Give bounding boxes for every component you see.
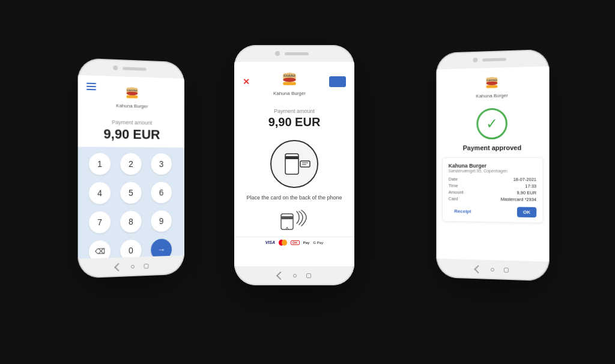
nav-recents-left[interactable] bbox=[144, 264, 149, 268]
phone-left: KAHUNA Kahuna Burger Payment amount 9,90… bbox=[78, 58, 184, 278]
camera-right bbox=[473, 58, 477, 62]
applepay-icon: Pay bbox=[303, 241, 310, 244]
phone-top-center bbox=[234, 45, 354, 62]
key-3[interactable]: 3 bbox=[151, 153, 172, 175]
nav-home-right[interactable] bbox=[491, 268, 494, 271]
card-icon-button[interactable] bbox=[329, 76, 346, 87]
payment-approved-text: Payment approved bbox=[436, 144, 549, 151]
close-button[interactable]: ✕ bbox=[243, 77, 250, 86]
phone-bottom-right bbox=[436, 258, 549, 281]
screen-right: KAHUNA Kahuna Burger ✓ Payment approved … bbox=[436, 66, 549, 261]
mastercard-icon bbox=[279, 240, 287, 246]
svg-text:KAHUNA: KAHUNA bbox=[486, 78, 497, 81]
svg-point-7 bbox=[283, 77, 296, 82]
phone-card-icon bbox=[276, 149, 312, 179]
left-header: KAHUNA Kahuna Burger bbox=[78, 75, 184, 114]
key-9[interactable]: 9 bbox=[151, 210, 172, 232]
camera-center bbox=[275, 51, 280, 56]
key-5[interactable]: 5 bbox=[120, 182, 141, 204]
speaker-right bbox=[482, 58, 506, 61]
phones-container: KAHUNA Kahuna Burger Payment amount 9,90… bbox=[0, 0, 615, 364]
right-logo: KAHUNA Kahuna Burger bbox=[476, 72, 507, 99]
logo-text-right: Kahuna Burger bbox=[476, 93, 507, 99]
receipt-time-row: Time 17:33 bbox=[449, 183, 537, 189]
key-2[interactable]: 2 bbox=[120, 153, 141, 175]
check-icon: ✓ bbox=[486, 117, 498, 131]
screen-left: KAHUNA Kahuna Burger Payment amount 9,90… bbox=[78, 75, 184, 259]
payment-value-left: 9,90 EUR bbox=[78, 126, 184, 143]
key-6[interactable]: 6 bbox=[151, 182, 172, 204]
time-value: 17:33 bbox=[525, 183, 536, 189]
svg-text:KAHUNA: KAHUNA bbox=[283, 74, 295, 77]
card-value: Mastercard *2934 bbox=[501, 196, 537, 202]
hamburger-line-3 bbox=[86, 89, 96, 90]
receipt-card: Kahuna Burger Søndervænget 95, Copenhage… bbox=[442, 157, 543, 223]
visa-icon: VISA bbox=[265, 240, 275, 244]
svg-rect-11 bbox=[285, 156, 298, 159]
place-card-text: Place the card on the back of the phone bbox=[234, 194, 354, 202]
speaker-center bbox=[285, 52, 309, 55]
key-backspace[interactable]: ⌫ bbox=[89, 240, 111, 259]
right-header: KAHUNA Kahuna Burger bbox=[436, 66, 549, 104]
burger-logo-icon-right: KAHUNA bbox=[482, 73, 501, 93]
hamburger-line-1 bbox=[86, 83, 96, 85]
phone-center: ✕ KAHUNA Kahuna Burger Payment amount 9,… bbox=[234, 45, 354, 285]
nav-back-left[interactable] bbox=[114, 263, 123, 271]
date-value: 18-07-2021 bbox=[513, 177, 536, 182]
card-label: Card bbox=[449, 196, 458, 201]
svg-rect-16 bbox=[281, 216, 293, 219]
burger-logo-icon-left: KAHUNA bbox=[123, 83, 142, 103]
key-4[interactable]: 4 bbox=[89, 182, 111, 204]
dankort-icon: DK bbox=[291, 240, 300, 245]
center-logo: KAHUNA Kahuna Burger bbox=[273, 68, 306, 96]
nfc-tap-icon bbox=[280, 209, 309, 231]
nav-back-right[interactable] bbox=[474, 265, 482, 273]
nav-home-center[interactable] bbox=[293, 274, 297, 278]
nfc-circle bbox=[270, 140, 318, 188]
key-1[interactable]: 1 bbox=[89, 153, 111, 175]
nav-recents-right[interactable] bbox=[504, 268, 509, 273]
hamburger-menu[interactable] bbox=[86, 83, 96, 91]
left-logo: KAHUNA Kahuna Burger bbox=[116, 82, 148, 109]
screen-center: ✕ KAHUNA Kahuna Burger Payment amount 9,… bbox=[234, 62, 354, 266]
phone-bottom-center bbox=[234, 266, 354, 285]
center-header: ✕ KAHUNA Kahuna Burger bbox=[234, 62, 354, 101]
hamburger-line-2 bbox=[86, 86, 96, 88]
nav-home-left[interactable] bbox=[131, 265, 135, 268]
receipt-button[interactable]: Receipt bbox=[449, 206, 477, 217]
phone-bottom-left bbox=[78, 255, 184, 278]
ok-button[interactable]: OK bbox=[517, 207, 536, 218]
burger-logo-icon-center: KAHUNA bbox=[279, 68, 300, 89]
gpay-icon: G Pay bbox=[313, 241, 323, 244]
svg-rect-12 bbox=[300, 161, 310, 167]
logo-text-left: Kahuna Burger bbox=[116, 103, 148, 109]
backspace-icon: ⌫ bbox=[95, 247, 105, 256]
camera-left bbox=[113, 65, 118, 70]
amount-value: 9,90 EUR bbox=[517, 190, 536, 195]
date-label: Date bbox=[449, 177, 458, 182]
keypad-area: 1 2 3 4 5 6 7 8 9 ⌫ 0 → bbox=[78, 147, 184, 259]
receipt-title: Kahuna Burger bbox=[449, 163, 537, 169]
receipt-date-row: Date 18-07-2021 bbox=[449, 177, 537, 183]
svg-text:KAHUNA: KAHUNA bbox=[127, 88, 137, 91]
speaker-left bbox=[123, 67, 146, 70]
phone-right: KAHUNA Kahuna Burger ✓ Payment approved … bbox=[436, 49, 549, 281]
keypad-grid: 1 2 3 4 5 6 7 8 9 ⌫ 0 → bbox=[89, 153, 174, 259]
amount-label: Amount bbox=[449, 189, 464, 195]
key-enter[interactable]: → bbox=[151, 238, 172, 259]
receipt-amount-row: Amount 9,90 EUR bbox=[449, 189, 537, 195]
nav-recents-center[interactable] bbox=[306, 273, 311, 278]
payment-value-center: 9,90 EUR bbox=[234, 115, 354, 129]
nav-back-center[interactable] bbox=[276, 271, 285, 280]
key-0[interactable]: 0 bbox=[120, 240, 141, 259]
tap-icon-container bbox=[234, 209, 354, 231]
payment-label-center: Payment amount bbox=[234, 108, 354, 114]
receipt-address: Søndervænget 95, Copenhagen bbox=[449, 169, 537, 173]
check-circle: ✓ bbox=[476, 108, 507, 140]
key-8[interactable]: 8 bbox=[120, 211, 141, 233]
key-7[interactable]: 7 bbox=[89, 211, 111, 234]
payment-label-left: Payment amount bbox=[78, 118, 184, 126]
logo-text-center: Kahuna Burger bbox=[273, 91, 306, 96]
receipt-card-row: Card Mastercard *2934 bbox=[449, 196, 537, 202]
receipt-actions: Receipt OK bbox=[449, 206, 537, 217]
